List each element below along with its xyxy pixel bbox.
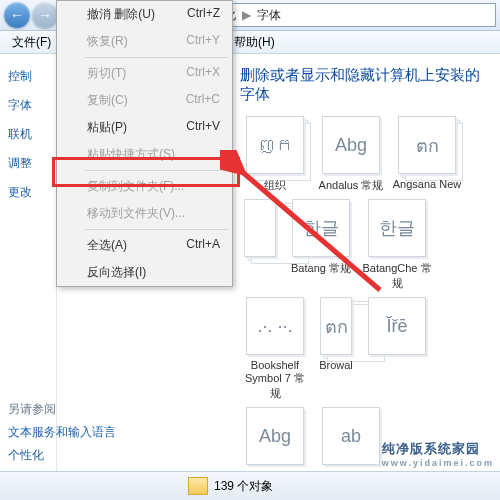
statusbar: 139 个对象 — [0, 471, 500, 500]
sidebar-item[interactable]: 调整 — [0, 149, 56, 178]
forward-button[interactable]: → — [32, 2, 58, 28]
font-preview: ញក — [246, 116, 304, 174]
menu-label: 撤消 删除(U) — [87, 6, 155, 23]
menu-label: 粘贴快捷方式(S) — [87, 146, 175, 163]
crumb-fonts[interactable]: 字体 — [253, 5, 285, 26]
menu-label: 复制到文件夹(F)... — [87, 178, 184, 195]
see-also-title: 另请参阅 — [8, 401, 116, 418]
menu-move-to-folder: 移动到文件夹(V)... — [57, 200, 232, 227]
separator — [85, 170, 228, 171]
menu-label: 恢复(R) — [87, 33, 128, 50]
sidebar-item[interactable]: 字体 — [0, 91, 56, 120]
font-preview: 한글 — [368, 199, 426, 257]
menu-paste[interactable]: 粘贴(P)Ctrl+V — [57, 114, 232, 141]
menu-redo: 恢复(R)Ctrl+Y — [57, 28, 232, 55]
link-text-services[interactable]: 文本服务和输入语言 — [8, 424, 116, 441]
font-preview: ตก — [398, 116, 456, 174]
shortcut: Ctrl+A — [186, 237, 220, 254]
separator — [85, 229, 228, 230]
font-label: Angsana New — [393, 178, 462, 190]
font-label: Andalus 常规 — [319, 179, 384, 191]
see-also: 另请参阅 文本服务和输入语言 个性化 — [8, 401, 116, 464]
font-tile[interactable]: 한글BatangChe 常规 — [362, 199, 432, 291]
font-tile[interactable]: 한글Batang 常规 — [286, 199, 356, 291]
menu-label: 剪切(T) — [87, 65, 126, 82]
font-preview: Abg — [322, 116, 380, 174]
menu-select-all[interactable]: 全选(A)Ctrl+A — [57, 232, 232, 259]
menu-label: 反向选择(I) — [87, 264, 146, 281]
menu-help[interactable]: 帮助(H) — [226, 31, 283, 53]
font-preview — [244, 199, 276, 257]
font-preview: Abg — [246, 407, 304, 465]
font-tile[interactable]: .·. ··.Bookshelf Symbol 7 常规 — [240, 297, 310, 401]
sidebar-item[interactable]: 控制 — [0, 62, 56, 91]
back-button[interactable]: ← — [4, 2, 30, 28]
font-label: Browal — [319, 359, 353, 371]
shortcut: Ctrl+C — [186, 92, 220, 109]
font-preview: .·. ··. — [246, 297, 304, 355]
menu-label: 移动到文件夹(V)... — [87, 205, 185, 222]
menu-cut: 剪切(T)Ctrl+X — [57, 60, 232, 87]
font-preview: 한글 — [292, 199, 350, 257]
watermark: 纯净版系统家园 www.yidaimei.com — [382, 440, 494, 468]
font-tile[interactable]: Ĭřē — [362, 297, 432, 401]
sidebar-item[interactable]: 更改 — [0, 178, 56, 207]
font-tile[interactable]: ញក组织 — [240, 116, 310, 193]
arrow-right-icon: → — [38, 7, 52, 23]
shortcut: Ctrl+V — [186, 119, 220, 136]
menu-copy-to-folder: 复制到文件夹(F)... — [57, 173, 232, 200]
font-preview: ab — [322, 407, 380, 465]
font-tile[interactable]: ab — [316, 407, 386, 469]
font-tile[interactable] — [240, 199, 280, 291]
font-tile[interactable]: Abg — [240, 407, 310, 469]
edit-dropdown: 撤消 删除(U)Ctrl+Z 恢复(R)Ctrl+Y 剪切(T)Ctrl+X 复… — [56, 0, 233, 287]
menu-undo[interactable]: 撤消 删除(U)Ctrl+Z — [57, 1, 232, 28]
shortcut: Ctrl+X — [186, 65, 220, 82]
font-tile[interactable]: ตกBrowal — [316, 297, 356, 401]
font-preview: Ĭřē — [368, 297, 426, 355]
menu-label: 全选(A) — [87, 237, 127, 254]
folder-icon — [188, 477, 208, 495]
crumb-sep-icon: ▶ — [240, 8, 253, 22]
font-preview: ตก — [320, 297, 352, 355]
menu-label: 复制(C) — [87, 92, 128, 109]
watermark-url: www.yidaimei.com — [382, 458, 494, 468]
page-title: 删除或者显示和隐藏计算机上安装的字体 — [240, 66, 492, 104]
shortcut: Ctrl+Y — [186, 33, 220, 50]
sidebar-item[interactable]: 联机 — [0, 120, 56, 149]
separator — [85, 57, 228, 58]
font-label: Batang 常规 — [291, 262, 351, 274]
menu-file[interactable]: 文件(F) — [4, 31, 59, 53]
font-label: BatangChe 常规 — [362, 262, 431, 289]
watermark-title: 纯净版系统家园 — [382, 441, 480, 456]
link-personalization[interactable]: 个性化 — [8, 447, 116, 464]
font-grid: ញក组织 AbgAndalus 常规 ตกAngsana New 한글Batan… — [240, 116, 492, 469]
font-tile[interactable]: ตกAngsana New — [392, 116, 462, 193]
status-count: 139 个对象 — [214, 478, 273, 495]
menu-invert-selection[interactable]: 反向选择(I) — [57, 259, 232, 286]
font-label: 组织 — [264, 179, 286, 191]
arrow-left-icon: ← — [10, 7, 24, 23]
font-label: Bookshelf Symbol 7 常规 — [245, 359, 305, 399]
menu-paste-shortcut: 粘贴快捷方式(S) — [57, 141, 232, 168]
menu-label: 粘贴(P) — [87, 119, 127, 136]
menu-copy: 复制(C)Ctrl+C — [57, 87, 232, 114]
shortcut: Ctrl+Z — [187, 6, 220, 23]
font-tile[interactable]: AbgAndalus 常规 — [316, 116, 386, 193]
